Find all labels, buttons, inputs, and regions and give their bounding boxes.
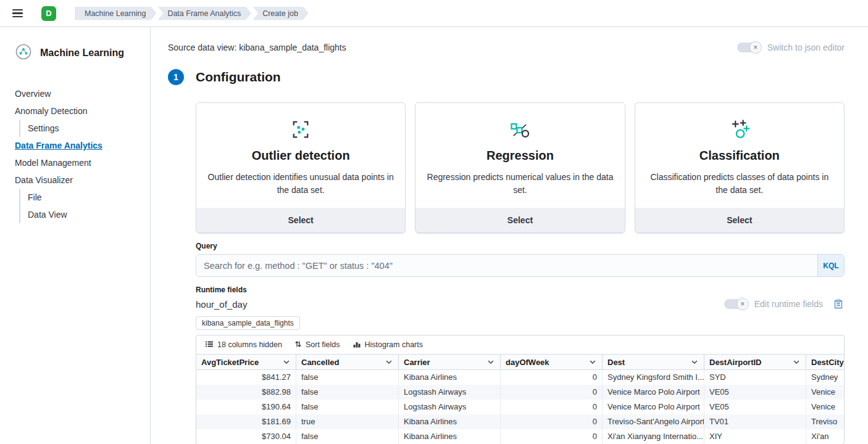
grid-cell[interactable]: 0	[501, 414, 603, 429]
outlier-detection-select-button[interactable]: Select	[196, 208, 405, 232]
card-title: Regression	[427, 149, 613, 163]
grid-cell[interactable]: VE05	[704, 400, 806, 414]
edit-runtime-fields-toggle[interactable]: ×	[724, 298, 749, 310]
source-data-view-label: Source data view: kibana_sample_data_fli…	[168, 43, 346, 52]
grid-cell[interactable]: $190.64	[196, 400, 296, 414]
chevron-down-icon[interactable]	[690, 358, 699, 366]
grid-cell[interactable]: Xi'an	[806, 429, 844, 444]
regression-icon	[427, 118, 613, 141]
regression-select-button[interactable]: Select	[415, 208, 624, 232]
breadcrumb-machine-learning[interactable]: Machine Learning	[75, 7, 156, 20]
table-row: $882.98 false Logstash Airways 0 Venice …	[196, 385, 844, 400]
grid-cell[interactable]: false	[296, 400, 399, 414]
card-title: Classification	[646, 149, 833, 163]
grid-cell[interactable]: Venice	[806, 400, 844, 414]
grid-cell[interactable]: false	[296, 385, 399, 400]
regression-card[interactable]: Regression Regression predicts numerical…	[415, 102, 625, 233]
grid-cell[interactable]: false	[296, 370, 399, 385]
grid-cell[interactable]: Kibana Airlines	[399, 414, 501, 429]
json-editor-toggle[interactable]: ×	[737, 42, 762, 53]
copy-icon[interactable]	[832, 298, 845, 310]
histogram-charts-button[interactable]: Histogram charts	[348, 338, 428, 352]
card-description: Regression predicts numerical values in …	[427, 171, 613, 197]
grid-cell[interactable]: Treviso	[806, 414, 844, 429]
sort-fields-label: Sort fields	[306, 340, 340, 349]
classification-select-button[interactable]: Select	[635, 208, 844, 232]
table-row: $190.64 false Logstash Airways 0 Venice …	[196, 400, 844, 414]
histogram-charts-label: Histogram charts	[365, 340, 423, 349]
column-header-cancelled: Cancelled	[296, 355, 399, 369]
sort-icon	[294, 340, 302, 350]
grid-cell[interactable]: Kibana Airlines	[399, 429, 501, 444]
sidebar-item-data-visualizer[interactable]: Data Visualizer	[15, 171, 140, 189]
sidebar-item-file[interactable]: File	[28, 189, 140, 206]
toggle-x-icon: ×	[737, 298, 749, 310]
chevron-down-icon[interactable]	[486, 358, 495, 366]
grid-cell[interactable]: 0	[501, 429, 603, 444]
grid-cell[interactable]: true	[296, 414, 399, 429]
grid-cell[interactable]: TV01	[704, 414, 806, 429]
grid-cell[interactable]: $882.98	[196, 385, 296, 400]
grid-cell[interactable]: Treviso-Sant'Angelo Airport	[603, 414, 704, 429]
grid-cell[interactable]: 0	[501, 370, 603, 385]
grid-cell[interactable]: Xi'an Xianyang Internatio...	[603, 429, 704, 444]
outlier-detection-icon	[207, 118, 394, 141]
menu-icon[interactable]	[10, 7, 25, 20]
index-badge: kibana_sample_data_flights	[196, 316, 300, 330]
grid-cell[interactable]: 0	[501, 400, 603, 414]
grid-cell[interactable]: false	[296, 429, 399, 444]
sidebar-item-anomaly-detection[interactable]: Anomaly Detection	[15, 102, 140, 120]
runtime-fields-label: Runtime fields	[196, 286, 845, 294]
sidebar-item-overview[interactable]: Overview	[15, 85, 140, 102]
space-avatar[interactable]: D	[41, 6, 56, 21]
table-row: $181.69 true Kibana Airlines 0 Treviso-S…	[196, 414, 844, 429]
grid-cell[interactable]: SYD	[704, 370, 806, 385]
toggle-x-icon: ×	[749, 41, 762, 54]
card-description: Outlier detection identifies unusual dat…	[207, 171, 394, 197]
card-description: Classification predicts classes of data …	[646, 171, 833, 197]
grid-cell[interactable]: $730.04	[196, 429, 296, 444]
outlier-detection-card[interactable]: Outlier detection Outlier detection iden…	[196, 102, 406, 233]
grid-cell[interactable]: $841.27	[196, 370, 296, 385]
chevron-down-icon[interactable]	[282, 358, 291, 366]
grid-cell[interactable]: Logstash Airways	[399, 400, 501, 414]
chevron-down-icon[interactable]	[588, 358, 597, 366]
data-grid: 18 columns hidden Sort fields	[196, 335, 845, 444]
grid-cell[interactable]: Venice	[806, 385, 844, 400]
query-search-input[interactable]	[196, 254, 845, 277]
grid-cell[interactable]: Kibana Airlines	[399, 370, 501, 385]
breadcrumb-create-job: Create job	[252, 7, 309, 20]
grid-header-row: AvgTicketPrice Cancelled Carrier dayOfWe…	[196, 354, 844, 370]
step-1-indicator: 1	[168, 69, 184, 85]
sort-fields-button[interactable]: Sort fields	[290, 338, 345, 352]
kql-button[interactable]: KQL	[817, 255, 844, 276]
classification-icon	[646, 118, 833, 141]
sidebar-item-data-frame-analytics[interactable]: Data Frame Analytics	[15, 137, 140, 154]
grid-cell[interactable]: XIY	[704, 429, 806, 444]
sidebar: Machine Learning Overview Anomaly Detect…	[0, 27, 151, 444]
histogram-icon	[353, 340, 361, 350]
runtime-field-name: hour_of_day	[196, 299, 247, 310]
table-row: $730.04 false Kibana Airlines 0 Xi'an Xi…	[196, 429, 844, 444]
sidebar-item-settings[interactable]: Settings	[28, 120, 140, 137]
columns-hidden-button[interactable]: 18 columns hidden	[200, 338, 287, 352]
sidebar-item-data-view[interactable]: Data View	[28, 206, 140, 223]
grid-cell[interactable]: Sydney Kingsford Smith I...	[603, 370, 704, 385]
grid-cell[interactable]: Logstash Airways	[399, 385, 501, 400]
chevron-down-icon[interactable]	[385, 358, 393, 366]
grid-cell[interactable]: $181.69	[196, 414, 296, 429]
edit-runtime-fields-label: Edit runtime fields	[754, 299, 823, 309]
classification-card[interactable]: Classification Classification predicts c…	[635, 102, 845, 233]
machine-learning-logo-icon	[15, 43, 32, 63]
grid-cell[interactable]: Venice Marco Polo Airport	[603, 400, 704, 414]
column-header-dest: Dest	[603, 355, 704, 369]
breadcrumb-data-frame-analytics[interactable]: Data Frame Analytics	[157, 7, 251, 20]
grid-cell[interactable]: Venice Marco Polo Airport	[603, 385, 704, 400]
grid-cell[interactable]: VE05	[704, 385, 806, 400]
chevron-down-icon[interactable]	[792, 358, 801, 366]
grid-cell[interactable]: Sydney	[806, 370, 844, 385]
column-header-destairportid: DestAirportID	[704, 355, 806, 369]
breadcrumb: Machine Learning Data Frame Analytics Cr…	[73, 7, 309, 20]
grid-cell[interactable]: 0	[501, 385, 603, 400]
sidebar-item-model-management[interactable]: Model Management	[15, 154, 140, 171]
